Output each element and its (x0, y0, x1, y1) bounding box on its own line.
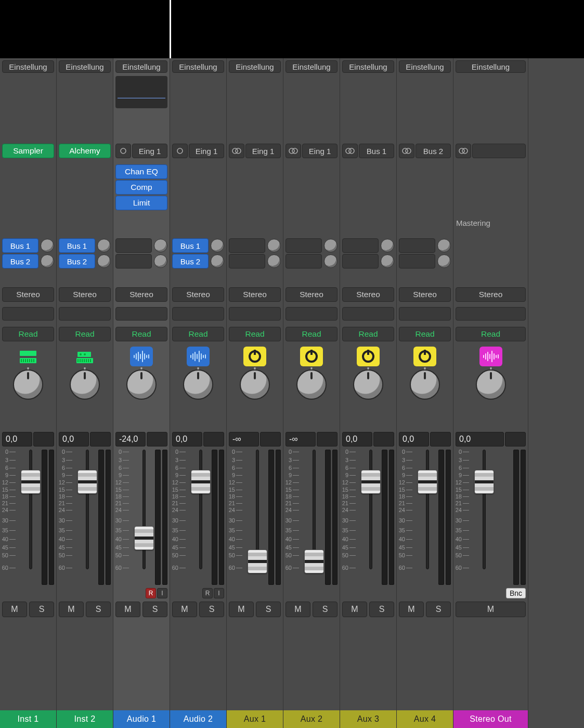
group-slot[interactable] (172, 307, 224, 321)
pan-knob[interactable] (13, 369, 43, 400)
input-format-stereo-icon[interactable] (399, 144, 414, 158)
send-level-knob[interactable] (324, 239, 338, 252)
send-slot-empty[interactable] (115, 254, 152, 269)
channel-name-label[interactable]: Inst 2 (57, 710, 113, 728)
audio-fx-slot[interactable]: Limit (115, 196, 167, 210)
send-level-knob[interactable] (324, 254, 338, 268)
fader-track[interactable] (242, 450, 266, 585)
automation-mode-button[interactable]: Read (229, 327, 281, 341)
mute-button[interactable]: M (59, 602, 84, 617)
channel-settings-button[interactable]: Einstellung (115, 60, 167, 73)
mute-button[interactable]: M (399, 602, 424, 617)
output-slot[interactable]: Stereo (115, 287, 167, 302)
input-format-stereo-icon[interactable] (342, 144, 358, 158)
fader-track[interactable] (299, 450, 323, 585)
audio-fx-slot[interactable]: Comp (115, 180, 167, 195)
group-slot[interactable] (59, 307, 111, 321)
send-slot[interactable]: Bus 1 (2, 238, 38, 253)
volume-fader[interactable] (248, 550, 267, 573)
input-slot[interactable]: Bus 1 (359, 144, 394, 158)
channel-name-label[interactable]: Aux 2 (283, 710, 340, 728)
volume-display[interactable]: 0,0 (399, 432, 429, 446)
output-slot[interactable]: Stereo (2, 287, 54, 302)
automation-mode-button[interactable]: Read (115, 327, 167, 341)
fader-track[interactable] (469, 450, 511, 585)
input-slot[interactable]: Eing 1 (189, 144, 224, 158)
pan-knob[interactable] (296, 369, 327, 400)
output-slot[interactable]: Stereo (342, 287, 394, 302)
mute-button[interactable]: M (172, 602, 197, 617)
group-slot[interactable] (2, 307, 54, 321)
pan-knob[interactable] (240, 369, 270, 400)
pan-knob[interactable] (353, 369, 383, 400)
solo-button[interactable]: S (199, 602, 224, 617)
send-level-knob[interactable] (211, 239, 224, 252)
channel-name-label[interactable]: Audio 1 (113, 710, 170, 728)
record-enable-button[interactable]: R (146, 588, 156, 598)
send-level-knob[interactable] (437, 254, 451, 268)
volume-fader[interactable] (134, 526, 154, 550)
automation-mode-button[interactable]: Read (285, 327, 338, 341)
send-slot[interactable]: Bus 2 (59, 254, 95, 269)
output-slot[interactable]: Stereo (172, 287, 224, 302)
peak-display[interactable] (147, 432, 167, 446)
audio-fx-slot[interactable]: Chan EQ (115, 164, 167, 179)
peak-display[interactable] (90, 432, 111, 446)
peak-display[interactable] (33, 432, 54, 446)
send-level-knob[interactable] (381, 239, 394, 252)
channel-name-label[interactable]: Aux 3 (340, 710, 396, 728)
send-slot[interactable]: Bus 1 (172, 238, 209, 253)
fader-track[interactable] (186, 450, 210, 585)
group-slot[interactable] (342, 307, 394, 321)
send-slot-empty[interactable] (285, 254, 322, 269)
input-format-mono-icon[interactable] (115, 144, 131, 158)
channel-name-label[interactable]: Aux 4 (397, 710, 453, 728)
input-format-mono-icon[interactable] (172, 144, 188, 158)
input-slot[interactable]: Eing 1 (302, 144, 338, 158)
pan-knob[interactable] (410, 369, 440, 400)
send-level-knob[interactable] (267, 254, 281, 268)
automation-mode-button[interactable]: Read (2, 327, 54, 341)
volume-display[interactable]: 0,0 (2, 432, 32, 446)
group-slot[interactable] (115, 307, 167, 321)
solo-button[interactable]: S (29, 602, 54, 617)
output-slot[interactable]: Stereo (285, 287, 338, 302)
volume-fader[interactable] (21, 470, 41, 494)
instrument-slot[interactable]: Alchemy (59, 144, 111, 158)
volume-display[interactable]: 0,0 (59, 432, 89, 446)
send-slot[interactable]: Bus 2 (2, 254, 38, 269)
mute-button[interactable]: M (115, 602, 140, 617)
output-slot[interactable]: Stereo (399, 287, 451, 302)
peak-display[interactable] (260, 432, 281, 446)
send-level-knob[interactable] (211, 254, 224, 268)
fader-track[interactable] (412, 450, 436, 585)
channel-name-label[interactable]: Aux 1 (227, 710, 283, 728)
automation-mode-button[interactable]: Read (399, 327, 451, 341)
pan-knob[interactable] (126, 369, 157, 400)
mute-button[interactable]: M (285, 602, 310, 617)
peak-display[interactable] (373, 432, 394, 446)
send-slot-empty[interactable] (285, 238, 322, 253)
volume-fader[interactable] (77, 470, 97, 494)
mute-button[interactable]: M (2, 602, 27, 617)
channel-settings-button[interactable]: Einstellung (59, 60, 111, 73)
channel-settings-button[interactable]: Einstellung (399, 60, 451, 73)
send-level-knob[interactable] (41, 254, 54, 268)
automation-mode-button[interactable]: Read (342, 327, 394, 341)
automation-mode-button[interactable]: Read (456, 327, 526, 341)
send-level-knob[interactable] (267, 239, 281, 252)
channel-settings-button[interactable]: Einstellung (2, 60, 54, 73)
volume-fader[interactable] (474, 470, 494, 494)
volume-display[interactable]: -24,0 (115, 432, 146, 446)
channel-settings-button[interactable]: Einstellung (285, 60, 338, 73)
volume-display[interactable]: 0,0 (172, 432, 202, 446)
solo-button[interactable]: S (256, 602, 281, 617)
send-level-knob[interactable] (97, 254, 111, 268)
peak-display[interactable] (430, 432, 451, 446)
input-format-stereo-icon[interactable] (456, 144, 471, 158)
send-slot-empty[interactable] (342, 238, 379, 253)
solo-button[interactable]: S (142, 602, 167, 617)
channel-settings-button[interactable]: Einstellung (229, 60, 281, 73)
mute-button[interactable]: M (456, 602, 526, 617)
pan-knob[interactable] (476, 369, 506, 400)
